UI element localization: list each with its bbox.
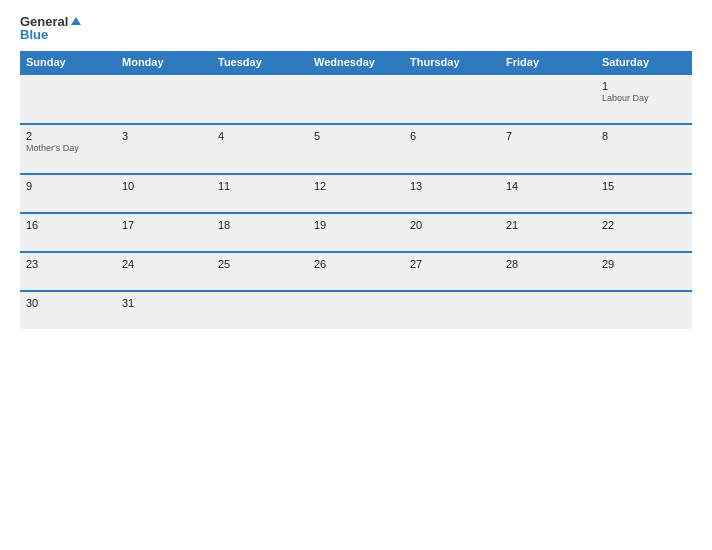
calendar-cell: 22 <box>596 213 692 252</box>
calendar-cell: 31 <box>116 291 212 329</box>
day-number: 21 <box>506 219 590 231</box>
calendar-cell: 2Mother's Day <box>20 124 116 174</box>
day-number: 5 <box>314 130 398 142</box>
calendar-cell <box>596 291 692 329</box>
day-number: 15 <box>602 180 686 192</box>
calendar-cell: 19 <box>308 213 404 252</box>
calendar-cell: 14 <box>500 174 596 213</box>
calendar-cell <box>212 291 308 329</box>
logo: General Blue <box>20 15 81 41</box>
calendar-cell <box>116 74 212 124</box>
col-wednesday: Wednesday <box>308 51 404 74</box>
day-number: 28 <box>506 258 590 270</box>
day-number: 3 <box>122 130 206 142</box>
calendar-cell <box>404 74 500 124</box>
calendar-cell <box>308 291 404 329</box>
calendar-cell <box>500 291 596 329</box>
header: General Blue <box>20 15 692 41</box>
col-friday: Friday <box>500 51 596 74</box>
day-number: 4 <box>218 130 302 142</box>
calendar-cell: 11 <box>212 174 308 213</box>
calendar-week-row: 2Mother's Day345678 <box>20 124 692 174</box>
calendar-cell: 26 <box>308 252 404 291</box>
day-number: 19 <box>314 219 398 231</box>
calendar-cell: 28 <box>500 252 596 291</box>
calendar-cell: 8 <box>596 124 692 174</box>
calendar-cell: 30 <box>20 291 116 329</box>
calendar-cell: 27 <box>404 252 500 291</box>
calendar-cell: 6 <box>404 124 500 174</box>
calendar-week-row: 1Labour Day <box>20 74 692 124</box>
day-number: 16 <box>26 219 110 231</box>
day-number: 13 <box>410 180 494 192</box>
day-number: 18 <box>218 219 302 231</box>
calendar-cell: 12 <box>308 174 404 213</box>
calendar-week-row: 16171819202122 <box>20 213 692 252</box>
calendar-table: Sunday Monday Tuesday Wednesday Thursday… <box>20 51 692 329</box>
day-number: 30 <box>26 297 110 309</box>
day-number: 25 <box>218 258 302 270</box>
calendar-cell: 23 <box>20 252 116 291</box>
calendar-cell <box>20 74 116 124</box>
day-number: 29 <box>602 258 686 270</box>
day-number: 27 <box>410 258 494 270</box>
day-number: 10 <box>122 180 206 192</box>
calendar-cell: 21 <box>500 213 596 252</box>
logo-blue-text: Blue <box>20 28 48 41</box>
calendar-cell: 5 <box>308 124 404 174</box>
calendar-page: General Blue Sunday Monday Tuesday Wedne… <box>0 0 712 550</box>
calendar-cell <box>404 291 500 329</box>
holiday-name: Labour Day <box>602 93 686 103</box>
day-number: 8 <box>602 130 686 142</box>
calendar-cell: 7 <box>500 124 596 174</box>
day-number: 26 <box>314 258 398 270</box>
calendar-week-row: 9101112131415 <box>20 174 692 213</box>
calendar-cell: 10 <box>116 174 212 213</box>
col-thursday: Thursday <box>404 51 500 74</box>
calendar-cell: 20 <box>404 213 500 252</box>
day-number: 23 <box>26 258 110 270</box>
day-number: 7 <box>506 130 590 142</box>
col-monday: Monday <box>116 51 212 74</box>
calendar-cell: 15 <box>596 174 692 213</box>
col-sunday: Sunday <box>20 51 116 74</box>
calendar-cell: 4 <box>212 124 308 174</box>
calendar-cell <box>500 74 596 124</box>
day-number: 12 <box>314 180 398 192</box>
calendar-cell: 3 <box>116 124 212 174</box>
calendar-cell: 1Labour Day <box>596 74 692 124</box>
day-number: 6 <box>410 130 494 142</box>
calendar-cell: 18 <box>212 213 308 252</box>
calendar-week-row: 23242526272829 <box>20 252 692 291</box>
calendar-cell: 29 <box>596 252 692 291</box>
day-number: 20 <box>410 219 494 231</box>
calendar-cell <box>308 74 404 124</box>
day-number: 14 <box>506 180 590 192</box>
day-number: 1 <box>602 80 686 92</box>
calendar-cell: 16 <box>20 213 116 252</box>
calendar-header: Sunday Monday Tuesday Wednesday Thursday… <box>20 51 692 74</box>
col-tuesday: Tuesday <box>212 51 308 74</box>
logo-triangle-icon <box>71 17 81 25</box>
day-number: 17 <box>122 219 206 231</box>
calendar-cell: 17 <box>116 213 212 252</box>
calendar-cell: 13 <box>404 174 500 213</box>
calendar-cell: 9 <box>20 174 116 213</box>
calendar-week-row: 3031 <box>20 291 692 329</box>
calendar-cell: 24 <box>116 252 212 291</box>
col-saturday: Saturday <box>596 51 692 74</box>
calendar-cell <box>212 74 308 124</box>
day-number: 2 <box>26 130 110 142</box>
day-number: 31 <box>122 297 206 309</box>
day-number: 11 <box>218 180 302 192</box>
day-header-row: Sunday Monday Tuesday Wednesday Thursday… <box>20 51 692 74</box>
day-number: 9 <box>26 180 110 192</box>
day-number: 24 <box>122 258 206 270</box>
day-number: 22 <box>602 219 686 231</box>
calendar-cell: 25 <box>212 252 308 291</box>
calendar-body: 1Labour Day2Mother's Day3456789101112131… <box>20 74 692 329</box>
holiday-name: Mother's Day <box>26 143 110 153</box>
